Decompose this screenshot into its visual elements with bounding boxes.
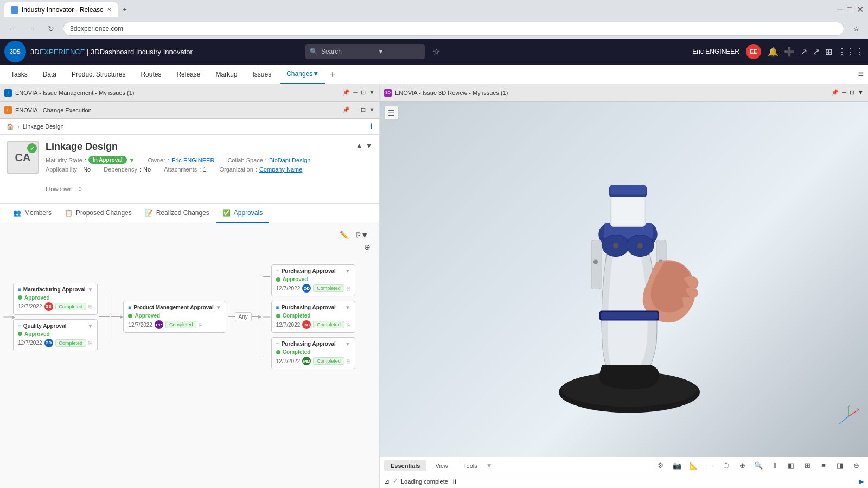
add-icon[interactable]: ➕ — [784, 47, 795, 57]
tab-members[interactable]: 👥 Members — [7, 204, 58, 223]
user-avatar[interactable]: EE — [746, 44, 761, 59]
header-search[interactable]: 🔍 Search ▼ — [305, 44, 425, 59]
product-mgmt-approval-box: ≡ Product Management Approval ▼ Approved… — [123, 301, 226, 333]
quality-approval-title: Quality Approval — [23, 323, 67, 329]
nav-routes[interactable]: Routes — [134, 65, 168, 84]
apps-icon[interactable]: ⊞ — [825, 47, 832, 57]
forward-button[interactable]: → — [24, 21, 39, 36]
new-tab-button[interactable]: + — [118, 3, 131, 16]
bookmark-button[interactable]: ☆ — [848, 21, 864, 36]
search-view-tool[interactable]: 🔍 — [751, 458, 766, 473]
url-bar[interactable]: 3dexperience.com — [63, 22, 844, 36]
nav-tasks[interactable]: Tasks — [4, 65, 34, 84]
purchasing-1-chevron[interactable]: ▼ — [345, 268, 350, 274]
maximize-button[interactable]: □ — [847, 5, 852, 15]
bookmark-star-icon[interactable]: ☆ — [432, 47, 440, 57]
tab-close-button[interactable]: ✕ — [107, 6, 112, 13]
svg-rect-8 — [610, 185, 646, 195]
issue-mgmt-title: ENOVIA - Issue Management - My issues (1… — [15, 90, 134, 96]
product-mgmt-ctrl-icon[interactable]: ⎘ — [199, 322, 202, 328]
browser-tab[interactable]: Industry Innovator - Release ✕ — [4, 2, 118, 17]
measure-tool[interactable]: 📐 — [686, 458, 701, 473]
info-icon[interactable]: ℹ — [370, 122, 373, 131]
viewer-tab-essentials[interactable]: Essentials — [384, 460, 426, 471]
share-icon[interactable]: ↗ — [800, 47, 807, 57]
network-icon[interactable]: ⤢ — [813, 47, 820, 57]
minimize-exec-icon[interactable]: ─ — [353, 106, 358, 113]
nav-overflow-icon[interactable]: ≡ — [858, 68, 864, 80]
menu-dots-icon[interactable]: ⋮⋮⋮ — [838, 47, 864, 57]
org-value[interactable]: Company Name — [259, 166, 302, 173]
maturity-state-row: Maturity State : In Approval ▼ — [46, 156, 135, 164]
nav-issues[interactable]: Issues — [246, 65, 278, 84]
minimize-right-icon[interactable]: ─ — [842, 89, 846, 96]
purchasing-approval-1-box: ≡ Purchasing Approval ▼ Approved 12/7/20… — [271, 264, 355, 296]
capture-tool[interactable]: 📷 — [669, 458, 685, 473]
close-window-button[interactable]: ✕ — [857, 4, 864, 15]
viewer-tab-chevron[interactable]: ▼ — [486, 462, 493, 470]
breadcrumb-home-icon[interactable]: 🏠 — [7, 123, 14, 130]
viewer-tab-tools[interactable]: Tools — [457, 460, 484, 471]
manufacturing-approval-chevron[interactable]: ▼ — [87, 287, 93, 293]
purchasing-1-ctrl-icon[interactable]: ⎘ — [347, 286, 350, 291]
close-exec-icon[interactable]: ▼ — [369, 106, 375, 113]
section-tool[interactable]: ◧ — [783, 458, 799, 473]
purchasing-2-ctrl-icon[interactable]: ⎘ — [347, 322, 350, 328]
pause-tool[interactable]: ⏸ — [767, 458, 782, 473]
left-panel: i ENOVIA - Issue Management - My issues … — [0, 84, 380, 488]
minimize-button[interactable]: ─ — [837, 5, 843, 15]
pin-exec-icon[interactable]: 📌 — [342, 106, 350, 113]
minimize-panel-icon[interactable]: ─ — [353, 89, 358, 96]
nav-data[interactable]: Data — [36, 65, 63, 84]
view-options-icon[interactable]: ⊿ — [384, 478, 390, 485]
box-tool[interactable]: ▭ — [702, 458, 717, 473]
zoom-fit-tool[interactable]: ⊕ — [735, 458, 750, 473]
search-dropdown-icon[interactable]: ▼ — [378, 48, 384, 55]
back-button[interactable]: ← — [4, 21, 20, 36]
nav-product-structures[interactable]: Product Structures — [65, 65, 132, 84]
status-pause-icon[interactable]: ⏸ — [451, 478, 457, 485]
collab-value[interactable]: BioDapt Design — [269, 157, 310, 163]
layer-tool[interactable]: ≡ — [816, 458, 831, 473]
maturity-dropdown-icon[interactable]: ▼ — [129, 157, 135, 163]
zoom-out-tool[interactable]: ⊖ — [848, 458, 864, 473]
tab-approvals[interactable]: ✅ Approvals — [216, 204, 269, 223]
quality-approval-chevron[interactable]: ▼ — [87, 323, 93, 329]
purchasing-2-chevron[interactable]: ▼ — [345, 305, 350, 310]
maximize-exec-icon[interactable]: ⊡ — [361, 106, 366, 113]
purchasing-3-chevron[interactable]: ▼ — [345, 341, 350, 347]
nav-markup[interactable]: Markup — [209, 65, 244, 84]
tab-proposed-changes[interactable]: 📋 Proposed Changes — [58, 204, 138, 223]
maximize-right-icon[interactable]: ⊡ — [850, 89, 854, 96]
pin-icon[interactable]: 📌 — [342, 89, 350, 96]
refresh-button[interactable]: ↻ — [43, 21, 59, 36]
product-mgmt-chevron[interactable]: ▼ — [216, 305, 221, 310]
quality-ctrl-icon[interactable]: ⎘ — [88, 340, 92, 346]
pin-right-icon[interactable]: 📌 — [831, 89, 839, 96]
nav-add-button[interactable]: + — [330, 69, 335, 79]
nav-changes[interactable]: Changes ▼ — [280, 65, 326, 84]
quality-approval-status: Approved — [18, 331, 93, 337]
manufacturing-ctrl-icon[interactable]: ⎘ — [88, 303, 92, 309]
purchasing-3-ctrl-icon[interactable]: ⎘ — [347, 358, 350, 364]
viewer-list-button[interactable]: ☰ — [384, 106, 399, 120]
owner-value[interactable]: Eric ENGINEER — [171, 157, 214, 163]
item-chevron-icon[interactable]: ▼ — [365, 141, 373, 150]
notifications-icon[interactable]: 🔔 — [768, 47, 778, 57]
close-panel-icon[interactable]: ▼ — [369, 89, 375, 96]
share-approval-icon[interactable]: ⎘▼ — [354, 230, 371, 240]
wireframe-tool[interactable]: ⬡ — [718, 458, 733, 473]
expand-icon[interactable]: ⊕ — [364, 243, 371, 251]
collapse-icon[interactable]: ▲ — [355, 141, 363, 150]
camera-settings-tool[interactable]: ⚙ — [653, 458, 668, 473]
clip-tool[interactable]: ◨ — [832, 458, 847, 473]
tab-realized-changes[interactable]: 📝 Realized Changes — [138, 204, 216, 223]
viewer-tab-view[interactable]: View — [429, 460, 455, 471]
purchasing-3-status-dot — [276, 350, 280, 354]
edit-icon[interactable]: ✏️ — [337, 230, 351, 240]
changes-dropdown-icon[interactable]: ▼ — [312, 70, 319, 78]
explode-tool[interactable]: ⊞ — [800, 458, 815, 473]
close-right-icon[interactable]: ▼ — [858, 89, 864, 96]
nav-release[interactable]: Release — [170, 65, 207, 84]
maximize-panel-icon[interactable]: ⊡ — [361, 89, 366, 96]
